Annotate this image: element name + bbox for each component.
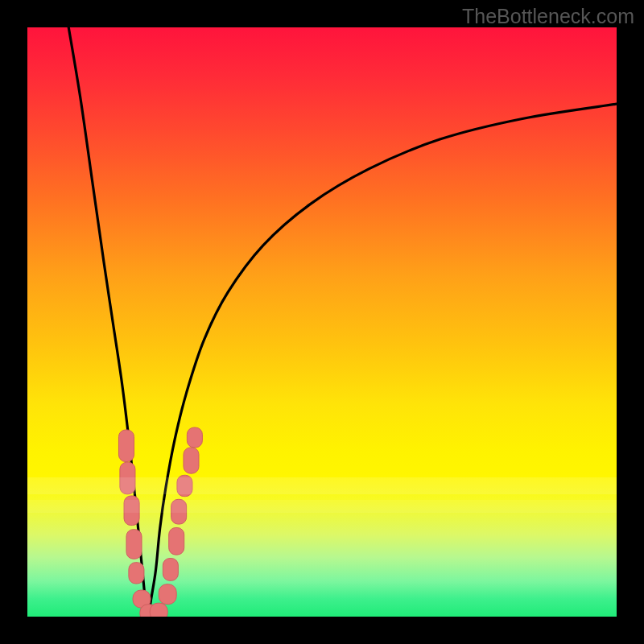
curve-marker: [159, 584, 176, 605]
curve-marker: [169, 527, 184, 555]
curve-marker: [187, 427, 202, 448]
curve-layer: [68, 27, 617, 617]
curve-marker: [184, 448, 199, 473]
curve-marker: [163, 559, 178, 581]
bottleneck-curve: [68, 27, 617, 617]
outer-frame: TheBottleneck.com: [0, 0, 644, 644]
curve-marker: [126, 530, 142, 559]
curve-marker: [129, 563, 144, 584]
curve-marker: [150, 603, 167, 617]
watermark-text: TheBottleneck.com: [462, 5, 634, 28]
chart-svg: [27, 27, 617, 617]
highlight-band-2: [27, 500, 617, 513]
highlight-band-1: [27, 477, 617, 493]
plot-area: [27, 27, 617, 617]
curve-marker: [118, 430, 134, 462]
